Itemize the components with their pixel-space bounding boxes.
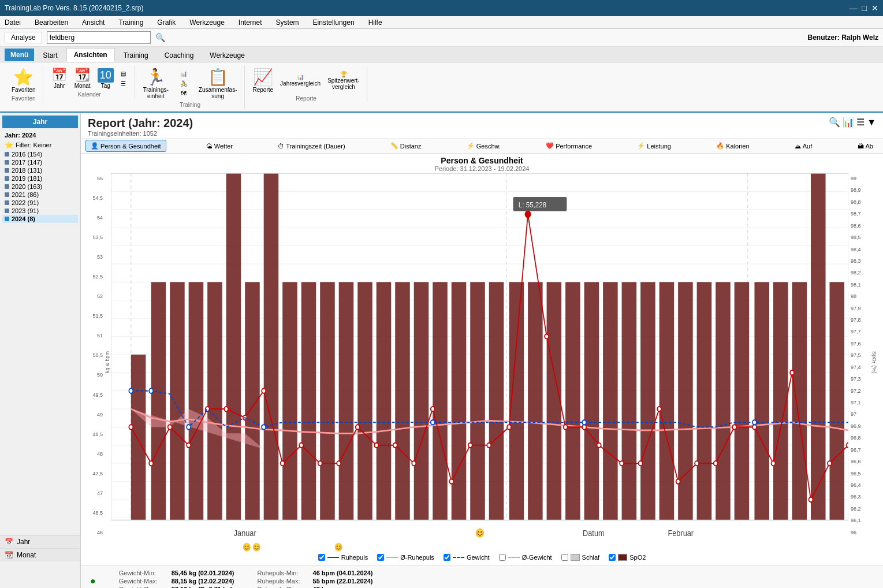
page-subtitle: Trainingseinheiten: 1052	[88, 130, 193, 137]
report-icon: 📈	[253, 68, 273, 87]
chart1-btn[interactable]: 📊	[173, 69, 194, 78]
svg-point-103	[149, 389, 153, 393]
zusammenfassung-btn[interactable]: 📋 Zusammenfas-sung	[196, 66, 240, 101]
favoriten-btn[interactable]: ⭐ Favoriten	[9, 66, 38, 94]
week-view-btn[interactable]: ▤	[118, 69, 130, 78]
legend-checkbox-spo2[interactable]	[609, 554, 616, 561]
tab-ab[interactable]: 🏔 Ab	[852, 140, 878, 152]
trainingseinheit-btn[interactable]: 🏃 Trainings-einheit	[141, 66, 171, 101]
chart-icon-header[interactable]: 📊	[843, 117, 854, 128]
ribbon-group-reporte: 📈 Reporte 📊 Jahresvergleich 🏆 Spitzenwer…	[246, 65, 367, 103]
search-icon-header[interactable]: 🔍	[829, 117, 840, 128]
search-input[interactable]	[47, 31, 151, 44]
svg-point-74	[337, 461, 341, 466]
tab-start[interactable]: Start	[35, 49, 65, 62]
search-icon[interactable]: 🔍	[155, 33, 165, 42]
tab-ansichten[interactable]: Ansichten	[66, 48, 115, 62]
power-icon: ⚡	[637, 142, 645, 150]
monat-btn[interactable]: 📆 Monat	[72, 66, 93, 90]
spitzenwert-btn[interactable]: 🏆 Spitzenwert-vergleich	[325, 70, 362, 91]
menu-werkzeuge[interactable]: Werkzeuge	[187, 17, 226, 28]
calendar-icon-small: 📅	[5, 538, 13, 546]
legend-spo2: SpO2	[609, 554, 646, 561]
chart-svg-container[interactable]: L: 55,228 Januar 😊 Datum Februar 😊 😊 😊	[111, 173, 848, 552]
sidebar-year-2024[interactable]: 2024 (8)	[2, 215, 78, 223]
menu-internet[interactable]: Internet	[236, 17, 264, 28]
weather-icon: 🌤	[206, 143, 213, 150]
ribbon-content: ⭐ Favoriten Favoriten 📅 Jahr 📆 Monat 10	[0, 63, 883, 113]
chart3-btn[interactable]: 🗺	[173, 89, 194, 98]
chart2-btn[interactable]: 🚴	[173, 79, 194, 88]
legend-line-ruhepuls	[327, 557, 339, 558]
tab-person-gesundheit[interactable]: 👤 Person & Gesundheit	[85, 140, 166, 152]
dropdown-icon-header[interactable]: ▼	[867, 117, 876, 128]
bottom-btn-jahr[interactable]: 📅 Jahr	[0, 535, 80, 549]
svg-point-87	[582, 425, 586, 429]
tag-btn[interactable]: 10 Tag	[95, 67, 116, 90]
filter-icon: ⭐	[5, 141, 13, 149]
sidebar-title: Jahr	[2, 116, 78, 128]
legend-checkbox-schlaf[interactable]	[561, 554, 568, 561]
tab-trainingszeit[interactable]: ⏱ Trainingszeit (Dauer)	[273, 140, 350, 152]
year-label-2022: 2022 (91)	[12, 199, 39, 206]
tab-leistung[interactable]: ⚡ Leistung	[632, 140, 676, 152]
reporte-btn[interactable]: 📈 Reporte	[251, 66, 276, 94]
svg-point-100	[828, 461, 832, 466]
svg-point-64	[149, 461, 153, 466]
svg-point-108	[752, 420, 757, 425]
tab-auf[interactable]: ⛰ Auf	[789, 140, 818, 152]
tab-kalorien[interactable]: 🔥 Kalorien	[711, 140, 754, 152]
sidebar-year-2022[interactable]: 2022 (91)	[2, 199, 78, 207]
menu-datei[interactable]: Datei	[2, 17, 23, 28]
weight-avg-value: 87,16 kg (D: 2,71 kg)	[172, 586, 233, 588]
minimize-btn[interactable]: —	[850, 3, 858, 13]
sidebar-year-2017[interactable]: 2017 (147)	[2, 158, 78, 166]
sidebar-year-2019[interactable]: 2019 (181)	[2, 174, 78, 183]
pulse-stats: Ruhepuls-Min: 46 bpm (04.01.2024) Ruhepu…	[258, 570, 373, 588]
list-view-btn[interactable]: ☰	[118, 79, 130, 88]
sidebar-year-2020[interactable]: 2020 (163)	[2, 183, 78, 191]
tab-coaching[interactable]: Coaching	[157, 49, 202, 62]
svg-rect-25	[151, 282, 166, 520]
menu-hilfe[interactable]: Hilfe	[366, 17, 385, 28]
tab-werkzeuge[interactable]: Werkzeuge	[202, 49, 252, 62]
svg-rect-42	[470, 282, 485, 520]
title-bar: TrainingLab Pro Vers. 8.15 (20240215_2.s…	[0, 0, 883, 16]
pulse-min-value: 46 bpm (04.01.2024)	[313, 570, 373, 576]
menu-training[interactable]: Training	[116, 17, 146, 28]
legend-checkbox-gewicht[interactable]	[444, 554, 450, 561]
tab-performance[interactable]: ❤️ Performance	[541, 140, 597, 152]
tab-wetter[interactable]: 🌤 Wetter	[201, 140, 238, 152]
menu-grafik[interactable]: Grafik	[155, 17, 178, 28]
legend-checkbox-ruhepuls[interactable]	[318, 554, 325, 561]
list-icon-header[interactable]: ☰	[856, 117, 865, 128]
tab-training[interactable]: Training	[116, 49, 156, 62]
menu-ansicht[interactable]: Ansicht	[80, 17, 107, 28]
sidebar-year-2021[interactable]: 2021 (86)	[2, 191, 78, 199]
menu-bearbeiten[interactable]: Bearbeiten	[32, 17, 70, 28]
sidebar-year-2018[interactable]: 2018 (131)	[2, 166, 78, 174]
close-btn[interactable]: ✕	[871, 3, 878, 13]
svg-rect-34	[320, 282, 335, 520]
ribbon-group-favoriten: ⭐ Favoriten Favoriten	[5, 65, 43, 103]
menu-einstellungen[interactable]: Einstellungen	[311, 17, 357, 28]
svg-point-91	[657, 407, 661, 411]
bottom-btn-monat[interactable]: 📆 Monat	[0, 549, 80, 561]
sidebar-year-2016[interactable]: 2016 (154)	[2, 150, 78, 158]
tab-distanz[interactable]: 📏 Distanz	[385, 140, 427, 152]
tab-geschw[interactable]: ⚡ Geschw.	[461, 140, 506, 152]
menu-button[interactable]: Menü	[5, 49, 34, 61]
legend-ruhepuls: Ruhepuls	[318, 554, 368, 561]
jahr-btn[interactable]: 📅 Jahr	[49, 66, 70, 90]
down-icon: 🏔	[858, 143, 864, 150]
svg-point-85	[545, 334, 549, 338]
legend-checkbox-avg-ruhepuls[interactable]	[377, 554, 384, 561]
maximize-btn[interactable]: □	[862, 3, 867, 13]
svg-text:Januar: Januar	[234, 528, 256, 538]
legend-checkbox-avg-gewicht[interactable]	[499, 554, 506, 561]
chart-svg: L: 55,228 Januar 😊 Datum Februar 😊 😊 😊	[111, 173, 848, 552]
jahresvergleich-btn[interactable]: 📊 Jahresvergleich	[278, 73, 323, 88]
menu-system[interactable]: System	[274, 17, 301, 28]
svg-point-89	[620, 461, 624, 466]
sidebar-year-2023[interactable]: 2023 (91)	[2, 207, 78, 215]
